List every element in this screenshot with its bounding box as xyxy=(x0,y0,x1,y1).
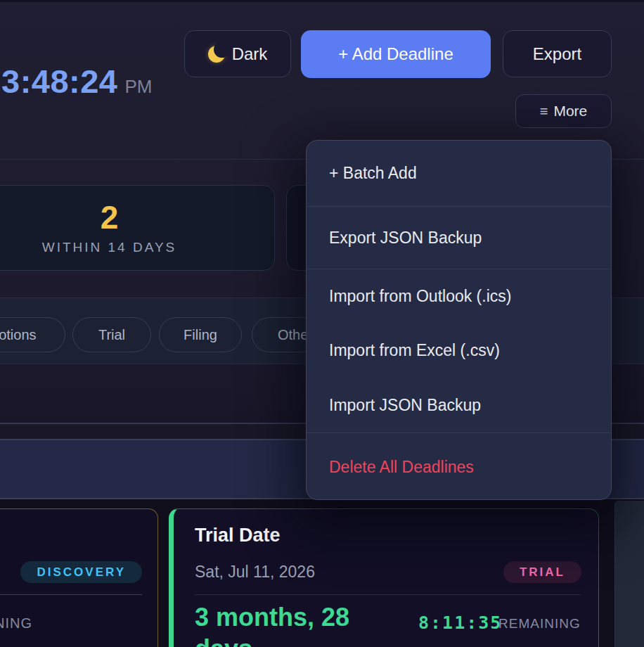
theme-toggle-button[interactable]: Dark xyxy=(184,30,291,77)
chip-label: Motions xyxy=(0,327,37,343)
countdown-timer: 8:11:35 xyxy=(418,613,502,633)
app-window: 3:48:24 PM Dark + Add Deadline Export ≡ … xyxy=(0,0,644,647)
chip-label: Trial xyxy=(98,327,125,343)
export-button[interactable]: Export xyxy=(503,30,612,77)
menu-item-import-json[interactable]: Import JSON Backup xyxy=(307,378,611,433)
deadline-title: Trial Date xyxy=(195,525,281,546)
menu-item-label: Import from Outlook (.ics) xyxy=(329,287,511,306)
remaining-label: REMAINING xyxy=(498,616,581,632)
menu-item-label: Export JSON Backup xyxy=(329,229,482,248)
filter-chip-trial[interactable]: Trial xyxy=(72,317,151,352)
menu-item-import-outlook[interactable]: Import from Outlook (.ics) xyxy=(307,269,611,324)
filter-chip-filing[interactable]: Filing xyxy=(159,317,242,352)
deadline-date: Sat, Jul 11, 2026 xyxy=(195,563,315,582)
category-badge-discovery: DISCOVERY xyxy=(20,561,142,583)
live-clock: 3:48:24 PM xyxy=(1,62,153,101)
export-label: Export xyxy=(533,44,581,64)
menu-item-label: Import JSON Backup xyxy=(329,396,481,415)
add-deadline-label: + Add Deadline xyxy=(338,44,453,64)
top-strip xyxy=(0,0,644,3)
add-deadline-button[interactable]: + Add Deadline xyxy=(301,30,491,78)
stat-label: WITHIN 14 DAYS xyxy=(42,240,177,255)
filter-chip-motions[interactable]: Motions xyxy=(0,317,65,352)
deadline-card-discovery[interactable]: DISCOVERY REMAINING xyxy=(0,508,158,647)
menu-item-label: Delete All Deadlines xyxy=(329,458,474,477)
menu-item-import-excel[interactable]: Import from Excel (.csv) xyxy=(307,324,611,378)
card-divider xyxy=(0,594,142,595)
theme-toggle-label: Dark xyxy=(232,44,268,64)
menu-item-export-json[interactable]: Export JSON Backup xyxy=(307,207,611,269)
chip-label: Filing xyxy=(183,327,217,343)
stat-value: 2 xyxy=(101,201,119,233)
deadline-card-trial[interactable]: Trial Date Sat, Jul 11, 2026 TRIAL 3 mon… xyxy=(169,508,599,647)
menu-item-delete-all[interactable]: Delete All Deadlines xyxy=(307,433,611,500)
menu-item-label: Import from Excel (.csv) xyxy=(329,341,500,360)
category-badge-trial: TRIAL xyxy=(503,561,581,583)
duration-text: 3 months, 28 days xyxy=(195,601,374,647)
more-label: More xyxy=(553,103,587,120)
deadline-card-partial xyxy=(614,501,644,647)
moon-icon xyxy=(208,46,225,63)
remaining-label: REMAINING xyxy=(0,615,32,632)
card-divider xyxy=(195,594,581,595)
menu-item-label: + Batch Add xyxy=(329,164,417,183)
stat-card-within-14-days: 2 WITHIN 14 DAYS xyxy=(0,185,275,271)
more-button[interactable]: ≡ More xyxy=(515,94,612,128)
hamburger-icon: ≡ xyxy=(540,103,548,120)
menu-item-batch-add[interactable]: + Batch Add xyxy=(307,141,611,206)
clock-meridiem: PM xyxy=(125,76,153,98)
clock-time: 3:48:24 xyxy=(1,62,118,101)
more-dropdown-menu: + Batch Add Export JSON Backup Import fr… xyxy=(306,140,612,500)
